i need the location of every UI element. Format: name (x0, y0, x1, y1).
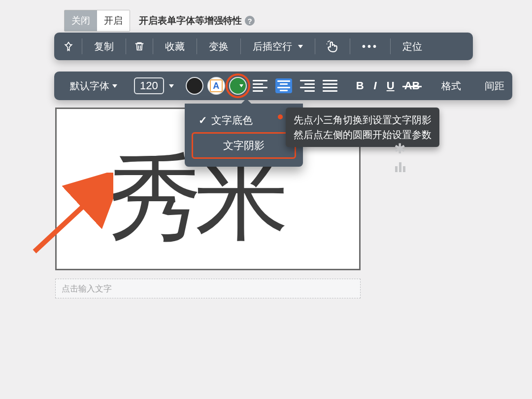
dropdown-arrow-icon (241, 99, 251, 104)
dropdown-option-label: 文字阴影 (223, 139, 265, 152)
chevron-down-icon (112, 84, 117, 88)
highlight-letter: A (213, 81, 219, 91)
chevron-down-icon (169, 84, 174, 88)
align-left-button[interactable] (249, 72, 271, 100)
text-input-placeholder[interactable]: 点击输入文字 (55, 279, 361, 298)
copy-button[interactable]: 复制 (87, 33, 121, 60)
dropdown-option-bgcolor[interactable]: 文字底色 (192, 109, 296, 132)
placeholder-text: 点击输入文字 (62, 283, 112, 294)
font-size-input[interactable]: 120 (134, 72, 174, 100)
feature-label-text: 开启表单字体等增强特性 (139, 14, 242, 27)
divider (240, 38, 241, 54)
feature-label: 开启表单字体等增强特性 ? (139, 14, 255, 27)
feature-toggle[interactable]: 关闭 开启 (64, 10, 130, 32)
svg-line-0 (34, 187, 103, 252)
align-center-button[interactable] (271, 72, 296, 100)
toggle-on-button[interactable]: 开启 (97, 10, 130, 31)
strikethrough-button[interactable]: AB (399, 72, 425, 100)
highlight-ring (226, 73, 250, 98)
svg-rect-1 (395, 166, 398, 172)
hint-tooltip: 先点小三角切换到设置文字阴影 然后点左侧的圆圈开始设置参数 (286, 108, 439, 147)
divider (82, 38, 82, 54)
font-family-label: 默认字体 (70, 79, 109, 93)
divider (153, 38, 153, 54)
font-family-select[interactable]: 默认字体 (63, 72, 124, 100)
toggle-off-button[interactable]: 关闭 (65, 10, 97, 31)
underline-button[interactable]: U (382, 72, 399, 100)
locate-button[interactable]: 定位 (396, 33, 429, 60)
italic-button[interactable]: I (369, 72, 382, 100)
divider (197, 38, 197, 54)
dropdown-option-label: 文字底色 (211, 113, 253, 127)
font-size-value: 120 (140, 79, 158, 92)
shadow-dropdown: 文字底色 文字阴影 (185, 104, 303, 167)
help-icon[interactable]: ? (245, 16, 255, 26)
svg-rect-2 (399, 162, 401, 172)
insert-blank-label: 后插空行 (253, 40, 292, 53)
transform-button[interactable]: 变换 (202, 33, 235, 60)
divider (315, 38, 315, 54)
annotation-arrow-icon (30, 173, 113, 256)
tooltip-dot-icon (278, 114, 283, 119)
spacing-button[interactable]: 间距 (478, 72, 511, 100)
tooltip-line: 然后点左侧的圆圈开始设置参数 (294, 127, 432, 142)
asterisk-icon[interactable]: ✱ (394, 141, 405, 157)
gesture-icon[interactable] (320, 33, 345, 60)
divider (126, 38, 126, 54)
tooltip-line: 先点小三角切换到设置文字阴影 (294, 112, 432, 127)
insert-blank-button[interactable]: 后插空行 (246, 33, 310, 60)
chart-icon[interactable] (394, 160, 407, 176)
more-button[interactable]: ••• (355, 33, 385, 60)
chevron-down-icon (298, 45, 303, 48)
favorite-button[interactable]: 收藏 (158, 33, 192, 60)
divider (390, 38, 391, 54)
action-toolbar: 复制 收藏 变换 后插空行 ••• 定位 (54, 33, 473, 60)
svg-rect-3 (403, 166, 405, 172)
align-right-button[interactable] (296, 72, 319, 100)
dropdown-option-shadow[interactable]: 文字阴影 (192, 132, 296, 159)
align-justify-button[interactable] (319, 72, 341, 100)
bold-button[interactable]: B (351, 72, 369, 100)
text-highlight-swatch[interactable]: A (205, 72, 227, 100)
pin-icon[interactable] (60, 33, 77, 60)
text-format-toolbar: 默认字体 120 A (54, 72, 512, 100)
format-button[interactable]: 格式 (434, 72, 468, 100)
trash-icon[interactable] (131, 33, 148, 60)
divider (350, 38, 350, 54)
text-shadow-swatch[interactable] (227, 72, 249, 100)
text-color-swatch[interactable] (184, 72, 205, 100)
